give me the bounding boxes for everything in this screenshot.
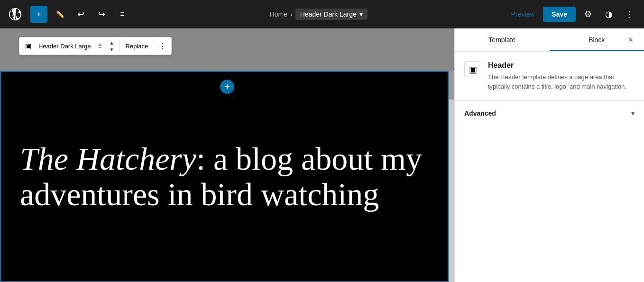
redo-button[interactable]: ↪ — [93, 6, 110, 23]
edit-icon: ✏️ — [56, 10, 64, 18]
block-description: The Header template defines a page area … — [488, 73, 635, 91]
preview-button[interactable]: Preview — [506, 8, 540, 21]
chevron-down-icon: ▾ — [359, 10, 363, 18]
move-up-button[interactable]: ▲ — [106, 39, 118, 46]
breadcrumb-home[interactable]: Home — [270, 10, 287, 18]
close-icon: × — [628, 35, 634, 45]
block-info-text: Header The Header template defines a pag… — [488, 61, 635, 91]
canvas-area: ▣ Header Dark Large ⠿ ▲ ▼ Replace ⋮ + Th… — [0, 28, 454, 282]
main-toolbar: + ✏️ ↩ ↪ ≡ Home › Header Dark Large ▾ Pr… — [0, 0, 644, 28]
sidebar: Template Block × ▣ Header The Header tem… — [454, 28, 644, 282]
save-button[interactable]: Save — [543, 7, 576, 22]
content-area: The Hatchery: a blog about my adventures… — [0, 71, 449, 282]
breadcrumb-separator: › — [290, 10, 293, 18]
undo-button[interactable]: ↩ — [72, 6, 89, 23]
toolbar-divider-2 — [154, 41, 154, 51]
list-view-button[interactable]: ≡ — [114, 6, 131, 23]
style-icon: ◑ — [605, 9, 613, 19]
block-info-icon: ▣ — [464, 61, 481, 78]
style-button[interactable]: ◑ — [600, 6, 617, 23]
breadcrumb-current[interactable]: Header Dark Large ▾ — [295, 9, 368, 20]
advanced-section[interactable]: Advanced ▾ — [464, 101, 635, 117]
replace-button[interactable]: Replace — [122, 41, 152, 52]
more-options-icon: ⋮ — [626, 9, 634, 19]
undo-icon: ↩ — [77, 9, 84, 19]
block-more-options-button[interactable]: ⋮ — [156, 39, 169, 53]
block-toolbar: ▣ Header Dark Large ⠿ ▲ ▼ Replace ⋮ — [19, 37, 172, 55]
list-view-icon: ≡ — [120, 10, 124, 18]
settings-button[interactable]: ⚙ — [580, 6, 597, 23]
scrollbar-thumb[interactable] — [449, 71, 454, 100]
sidebar-close-button[interactable]: × — [623, 32, 638, 47]
block-move-controls: ▲ ▼ — [106, 39, 118, 53]
toolbar-right: Preview Save ⚙ ◑ ⋮ — [506, 6, 639, 23]
site-title-italic: The Hatchery — [20, 141, 196, 177]
more-icon: ⋮ — [159, 42, 166, 51]
redo-icon: ↪ — [98, 9, 105, 19]
block-info: ▣ Header The Header template defines a p… — [464, 61, 635, 91]
add-block-button[interactable]: + — [30, 6, 47, 23]
add-block-center-button[interactable]: + — [220, 80, 234, 94]
block-type-icon: ▣ — [21, 39, 35, 53]
more-options-button[interactable]: ⋮ — [621, 6, 638, 23]
main-area: ▣ Header Dark Large ⠿ ▲ ▼ Replace ⋮ + Th… — [0, 28, 644, 282]
edit-button[interactable]: ✏️ — [51, 6, 68, 23]
scrollbar[interactable] — [449, 71, 454, 282]
block-title: Header — [488, 61, 635, 70]
site-title: The Hatchery: a blog about my adventures… — [20, 141, 429, 212]
wp-logo — [6, 5, 25, 24]
settings-icon: ⚙ — [584, 9, 592, 19]
block-drag-handle[interactable]: ⠿ — [95, 39, 105, 53]
breadcrumb: Home › Header Dark Large ▾ — [135, 9, 503, 20]
block-name-label: Header Dark Large — [36, 43, 94, 50]
move-down-button[interactable]: ▼ — [106, 46, 118, 53]
toolbar-divider — [120, 41, 120, 51]
advanced-label: Advanced — [464, 109, 496, 117]
chevron-down-icon: ▾ — [631, 109, 635, 117]
tab-template[interactable]: Template — [455, 28, 550, 51]
sidebar-content: ▣ Header The Header template defines a p… — [455, 52, 644, 282]
sidebar-header: Template Block × — [455, 28, 644, 52]
